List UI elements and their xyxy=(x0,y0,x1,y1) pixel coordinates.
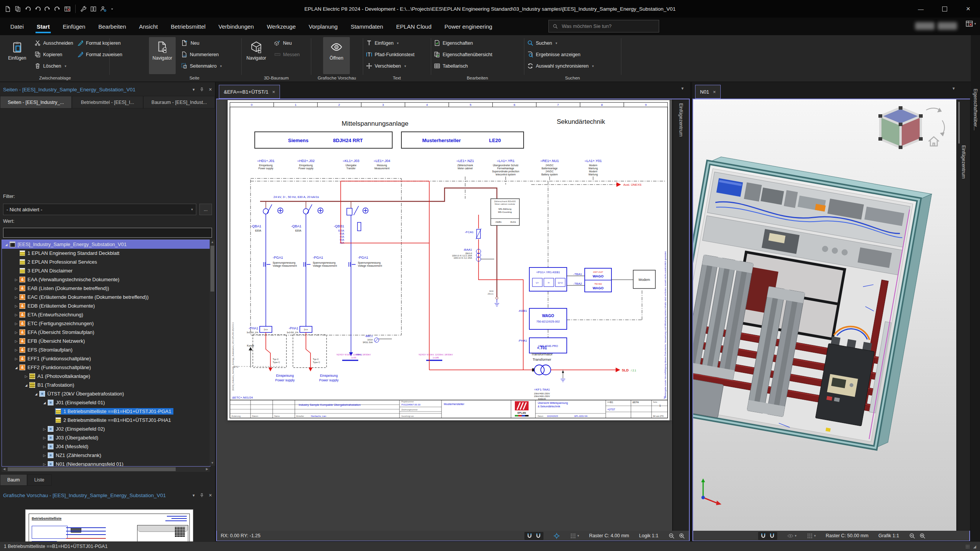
tree-expander-icon[interactable] xyxy=(13,304,19,308)
field-label[interactable]: =HD1+.J01EinspeisungPower supply xyxy=(257,159,275,170)
tree-item[interactable]: [EES]_Industry_Sample_Energy_Substation_… xyxy=(2,240,210,249)
undo-list-icon[interactable] xyxy=(34,6,41,12)
redo-icon[interactable] xyxy=(44,6,51,12)
vendor-box-siemens[interactable]: Siemens 8DJH24 RRT xyxy=(255,132,392,148)
grid-icon[interactable] xyxy=(570,533,576,539)
menu-tab[interactable]: Stammdaten xyxy=(344,18,390,35)
tree-expander-icon[interactable] xyxy=(13,278,19,282)
tab-close-icon[interactable]: × xyxy=(713,89,716,95)
format-assign-button[interactable]: Format zuweisen xyxy=(77,50,122,59)
tree-item[interactable]: J03 (Übergabefeld) xyxy=(2,433,210,442)
tree-item[interactable]: EFF2 (Funktionsschaltpläne) xyxy=(2,363,210,372)
navigator-tab[interactable]: Seiten - [EES]_Industry_... xyxy=(0,96,72,109)
modem-box[interactable]: Modem xyxy=(633,270,655,288)
number-pages-button[interactable]: Nummerieren xyxy=(181,50,219,59)
menu-tab[interactable]: Werkzeuge xyxy=(260,18,302,35)
object-snap-icon[interactable] xyxy=(769,533,775,539)
tree-item[interactable]: 1 EPLAN Engineering Standard Deckblatt xyxy=(2,249,210,258)
scale-indicator[interactable]: Grafik 1:1 xyxy=(878,533,899,538)
viewer3d-tablist-dropdown-icon[interactable]: ▼ xyxy=(952,86,956,91)
qat-dropdown-icon[interactable] xyxy=(110,7,114,11)
tree-item[interactable]: EAB (Listen (Dokumente betreffend)) xyxy=(2,284,210,293)
voltage-measurement-1[interactable]: -PGA1 Spannungsmessung Voltage measureme… xyxy=(264,256,297,267)
properties-button[interactable]: Eigenschaften xyxy=(434,38,473,48)
resize-caret-icon[interactable]: ◢ xyxy=(973,545,976,549)
tree-expander-icon[interactable] xyxy=(23,374,29,378)
delete-button[interactable]: Löschen▾ xyxy=(34,61,66,71)
schematic-canvas[interactable]: 01 23 45 67 89 [EES]_Industry_Sample_Ene… xyxy=(217,99,672,531)
tree-item[interactable]: 3 EPLAN Disclaimer xyxy=(2,266,210,275)
3d-navigator-button[interactable]: Navigator xyxy=(243,37,270,74)
tree-item[interactable]: EFB (Übersicht Netzwerk) xyxy=(2,337,210,345)
layout-switcher-icon[interactable]: ▾ xyxy=(965,20,976,28)
protection-relay-1[interactable]: I>> -PHA1 3x3-50_1% Typ C Type C xyxy=(247,326,286,371)
tree-vertical-scrollbar[interactable]: ▲▼ xyxy=(210,240,215,466)
navigation-cube[interactable] xyxy=(878,106,923,149)
page-macro-button[interactable]: Seitenmakro▾ xyxy=(181,61,222,71)
tree-expander-icon[interactable] xyxy=(13,357,19,361)
new-page-icon[interactable] xyxy=(5,6,11,12)
grid-size[interactable]: Raster C: 50.00 mm xyxy=(826,533,868,538)
switch-branch-3[interactable]: -QBB1 630A 50A 40A 50A 40A -XBA1 xyxy=(334,201,368,356)
zoom-in-icon[interactable] xyxy=(679,533,685,539)
tree-item[interactable]: B1 (Trafostation) xyxy=(2,381,210,389)
tree-expander-icon[interactable] xyxy=(42,401,47,405)
search-button[interactable]: Suchen▾ xyxy=(527,38,557,48)
field-label[interactable]: =LA1+.YR1Übergeordneter SchutzFernwirkan… xyxy=(492,159,519,176)
page-scrollbar[interactable] xyxy=(670,100,672,420)
mv-busbar[interactable]: 24 kV, 3~, 50 Hz, 630 A, 20 kA/1s xyxy=(260,188,497,297)
paste-button[interactable]: Einfügen xyxy=(4,37,31,74)
view-tab[interactable]: Baum xyxy=(0,474,27,486)
snap-tools[interactable] xyxy=(524,532,543,540)
panel-close-icon[interactable]: × xyxy=(209,492,212,498)
menu-tab[interactable]: EPLAN Cloud xyxy=(390,18,438,35)
show-results-button[interactable]: Ergebnisse anzeigen xyxy=(527,50,581,59)
menu-tab[interactable]: Verbindungen xyxy=(212,18,260,35)
tree-expander-icon[interactable] xyxy=(13,313,19,317)
tree-expander-icon[interactable] xyxy=(42,454,47,457)
insert-center-tab[interactable]: Einfügezentrum xyxy=(678,99,684,137)
tree-item[interactable]: 1 Betriebsmittelliste ==B1=HD1+ÜTSTJ01-P… xyxy=(2,407,210,416)
snap-icon[interactable] xyxy=(526,533,533,539)
viewer3d-canvas[interactable] xyxy=(693,99,956,531)
tree-expander-icon[interactable] xyxy=(13,295,19,299)
format-copy-button[interactable]: Format kopieren xyxy=(77,38,121,48)
undo-icon[interactable] xyxy=(24,6,31,12)
tree-item[interactable]: 2 Betriebsmittelliste ==B1=HD1+ÜTSTJ01-P… xyxy=(2,416,210,425)
snap-tools[interactable] xyxy=(758,532,777,540)
scale-indicator[interactable]: Logik 1:1 xyxy=(639,533,658,538)
minimize-button[interactable]: — xyxy=(909,0,933,18)
home-view-icon[interactable] xyxy=(929,137,939,146)
menu-tab[interactable]: Datei xyxy=(4,18,30,35)
properties-overview-dock-tab[interactable]: Eigenschaftenüber... xyxy=(973,85,978,130)
voltage-measurement-3[interactable]: -PGA1 Spannungsmessung Voltage measureme… xyxy=(349,256,382,267)
tree-item[interactable]: N01 (Niederspannungsfeld 01) xyxy=(2,460,210,467)
rotate-view-arrows[interactable] xyxy=(926,108,944,136)
field-label[interactable]: =KL1+.J03ÜbergabeTransfer xyxy=(343,159,359,170)
zoom-out-icon[interactable] xyxy=(668,533,675,539)
schematic-page[interactable]: 01 23 45 67 89 [EES]_Industry_Sample_Ene… xyxy=(228,100,671,420)
sync-selection-button[interactable]: Auswahl synchronisieren▾ xyxy=(527,61,594,71)
tree-item[interactable]: A1 (Photovoltaikanlage) xyxy=(2,372,210,381)
open-page-icon[interactable] xyxy=(15,6,21,12)
columns-icon[interactable] xyxy=(90,6,97,12)
tree-expander-icon[interactable] xyxy=(3,243,9,246)
tree-item[interactable]: EFS (Stromlaufplan) xyxy=(2,345,210,354)
cabinet-3d-model[interactable] xyxy=(693,99,956,531)
zoom-in-icon[interactable] xyxy=(919,533,926,539)
user-settings-icon[interactable] xyxy=(100,6,107,12)
field-label[interactable]: =LA1+.Y01ModemWartungModemWartung xyxy=(584,159,602,176)
vt-baa1[interactable]: -BAA1 20kV/√3 100V/√3: Kl. 0,2 Z; 15VA 1… xyxy=(452,248,494,261)
tree-item[interactable]: J01 (Einspeisefeld 01) xyxy=(2,398,210,407)
insert-center-tab[interactable]: Einfügezentrum xyxy=(961,99,966,179)
view-tab[interactable]: Liste xyxy=(27,474,52,486)
tree-item[interactable]: EDB (Erläuternde Dokumente) xyxy=(2,301,210,310)
tree-expander-icon[interactable] xyxy=(13,287,19,290)
panel-close-icon[interactable]: × xyxy=(209,86,212,92)
menu-tab[interactable]: Betriebsmittel xyxy=(164,18,212,35)
current-transformer[interactable]: -BBC1 10/1A 5P20; 5VA xyxy=(363,335,392,344)
close-button[interactable]: × xyxy=(956,0,980,18)
tree-item[interactable]: NZ1 (Zählerschrank) xyxy=(2,451,210,460)
fuse-fca1[interactable]: -FCA1 xyxy=(465,229,481,239)
tree-expander-icon[interactable] xyxy=(13,348,19,352)
